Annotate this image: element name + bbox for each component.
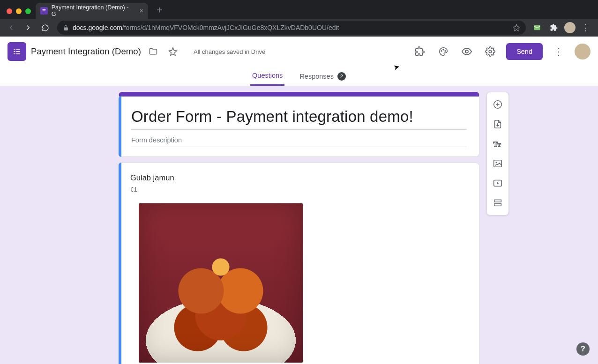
- add-title-text-icon[interactable]: TT: [488, 134, 507, 153]
- add-question-icon[interactable]: [488, 95, 507, 114]
- window-controls: [4, 8, 36, 19]
- app-header: Payment Integration (Demo) All changes s…: [0, 37, 598, 67]
- move-to-folder-icon[interactable]: [146, 44, 161, 59]
- form-description-input[interactable]: Form description: [131, 135, 467, 147]
- editor-canvas: Order Form - Payment integration demo! F…: [0, 86, 598, 364]
- selection-indicator: [119, 96, 121, 157]
- import-questions-icon[interactable]: [488, 115, 507, 134]
- customize-theme-palette-icon[interactable]: [436, 44, 451, 59]
- document-title[interactable]: Payment Integration (Demo): [31, 46, 141, 57]
- add-section-icon[interactable]: [488, 193, 507, 212]
- extensions-puzzle-icon[interactable]: [547, 21, 561, 34]
- question-card-1[interactable]: Gulab jamun €1: [119, 163, 479, 364]
- more-menu-icon[interactable]: ⋮: [551, 44, 566, 59]
- svg-rect-1: [42, 11, 45, 11]
- lock-icon: [63, 25, 69, 31]
- new-tab-button[interactable]: ＋: [148, 3, 171, 19]
- help-button[interactable]: ?: [576, 342, 590, 356]
- tab-strip: Payment Integration (Demo) - G × ＋: [0, 0, 598, 19]
- svg-point-21: [495, 162, 497, 163]
- browser-menu-icon[interactable]: ⋮: [579, 21, 592, 34]
- svg-rect-20: [494, 160, 502, 167]
- star-icon[interactable]: [165, 44, 180, 59]
- tab-responses[interactable]: Responses 2: [298, 67, 348, 86]
- browser-tab[interactable]: Payment Integration (Demo) - G ×: [36, 3, 148, 19]
- back-button[interactable]: [4, 20, 19, 35]
- svg-point-12: [445, 51, 446, 52]
- header-actions: Send ⋮: [412, 43, 591, 60]
- svg-point-11: [443, 49, 444, 50]
- floating-toolbar: TT: [486, 92, 509, 215]
- svg-rect-3: [534, 25, 540, 30]
- add-image-icon[interactable]: [488, 154, 507, 173]
- account-avatar[interactable]: [575, 44, 591, 59]
- tab-questions[interactable]: Questions: [250, 67, 284, 86]
- url-text: docs.google.com/forms/d/1hMmqVFVOMck0mmz…: [73, 24, 339, 31]
- svg-point-10: [441, 51, 442, 52]
- question-description[interactable]: €1: [130, 186, 468, 193]
- preview-eye-icon[interactable]: [459, 44, 474, 59]
- svg-rect-24: [494, 204, 501, 206]
- svg-point-13: [465, 50, 468, 53]
- address-bar[interactable]: docs.google.com/forms/d/1hMmqVFVOMck0mmz…: [57, 21, 526, 35]
- form-stack: Order Form - Payment integration demo! F…: [119, 92, 479, 364]
- browser-chrome: Payment Integration (Demo) - G × ＋ docs.…: [0, 0, 598, 37]
- svg-point-14: [489, 50, 492, 53]
- extension-mail-icon[interactable]: [531, 21, 544, 34]
- svg-rect-8: [14, 53, 15, 54]
- maximize-window-button[interactable]: [25, 8, 31, 14]
- browser-actions: ⋮: [531, 21, 594, 34]
- minimize-window-button[interactable]: [16, 8, 22, 14]
- selection-indicator: [119, 163, 121, 364]
- svg-rect-23: [494, 200, 501, 202]
- tab-title: Payment Integration (Demo) - G: [52, 4, 133, 17]
- form-tabs: Questions Responses 2 ➤: [0, 67, 598, 86]
- tab-responses-label: Responses: [299, 73, 334, 80]
- bookmark-star-icon[interactable]: [513, 24, 520, 31]
- forms-favicon-icon: [40, 7, 48, 15]
- question-title[interactable]: Gulab jamun: [130, 173, 468, 182]
- question-image[interactable]: [139, 203, 303, 363]
- svg-text:T: T: [498, 142, 501, 148]
- forms-app: Payment Integration (Demo) All changes s…: [0, 37, 598, 364]
- svg-rect-6: [14, 51, 15, 52]
- svg-rect-4: [14, 49, 15, 50]
- add-video-icon[interactable]: [488, 174, 507, 193]
- reload-button[interactable]: [37, 20, 52, 35]
- close-tab-icon[interactable]: ×: [140, 7, 143, 15]
- svg-rect-2: [42, 12, 44, 12]
- save-status: All changes saved in Drive: [194, 48, 265, 55]
- svg-rect-5: [16, 49, 20, 50]
- svg-rect-0: [42, 9, 45, 10]
- svg-rect-9: [16, 53, 20, 54]
- settings-gear-icon[interactable]: [483, 44, 498, 59]
- addons-puzzle-icon[interactable]: [412, 44, 427, 59]
- tab-questions-label: Questions: [252, 72, 283, 79]
- profile-avatar-small[interactable]: [564, 22, 576, 33]
- send-button[interactable]: Send: [506, 43, 543, 60]
- forward-button[interactable]: [21, 20, 36, 35]
- forms-logo-icon[interactable]: [7, 42, 26, 61]
- svg-rect-7: [16, 51, 20, 52]
- close-window-button[interactable]: [7, 8, 12, 14]
- browser-toolbar: docs.google.com/forms/d/1hMmqVFVOMck0mmz…: [0, 19, 598, 37]
- form-title-input[interactable]: Order Form - Payment integration demo!: [131, 108, 467, 130]
- responses-count-badge: 2: [337, 72, 346, 81]
- form-title-card[interactable]: Order Form - Payment integration demo! F…: [119, 92, 479, 157]
